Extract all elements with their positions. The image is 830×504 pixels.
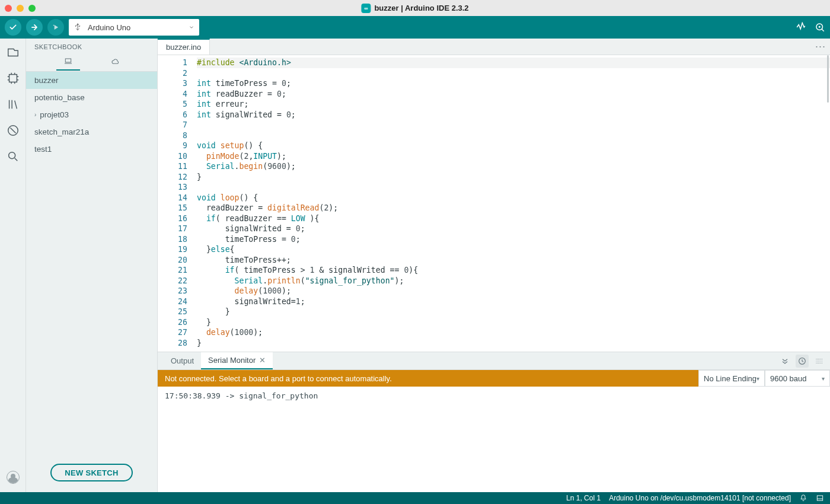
usb-icon (74, 23, 82, 31)
panel-toggle-icon[interactable] (816, 494, 824, 502)
list-item-label: sketch_mar21a (34, 127, 89, 136)
list-item-label: potentio_base (34, 93, 85, 102)
sketch-item-projet03[interactable]: ›projet03 (26, 106, 157, 123)
tab-serial-monitor[interactable]: Serial Monitor ✕ (201, 352, 273, 369)
warning-text: Not connected. Select a board and a port… (165, 374, 392, 383)
connection-warning: Not connected. Select a board and a port… (158, 370, 698, 387)
svg-rect-6 (65, 59, 71, 62)
editor-more-button[interactable]: ··· (811, 39, 830, 55)
main: SKETCHBOOK buzzer potentio_base ›projet0… (0, 39, 830, 492)
debug-icon (52, 23, 60, 31)
console-line: 17:50:38.939 -> signal_for_python (165, 391, 823, 400)
serial-monitor-icon[interactable] (815, 22, 825, 33)
line-gutter: 1234567891011121314151617181920212223242… (158, 55, 194, 352)
clear-output-icon[interactable] (815, 356, 824, 366)
sketch-item-potentio[interactable]: potentio_base (26, 89, 157, 106)
sketchbook-icon[interactable] (7, 46, 20, 59)
sketchbook-tabs (26, 55, 157, 72)
titlebar: ∞ buzzer | Arduino IDE 2.3.2 (0, 0, 830, 16)
serial-console[interactable]: 17:50:38.939 -> signal_for_python (158, 387, 830, 492)
toggle-timestamp-button[interactable] (796, 355, 809, 368)
new-sketch-button[interactable]: NEW SKETCH (50, 464, 132, 481)
laptop-icon (63, 56, 73, 66)
library-manager-icon[interactable] (7, 98, 20, 111)
tab-cloud[interactable] (104, 57, 127, 70)
check-icon (9, 23, 17, 31)
board-selector[interactable]: Arduino Uno (69, 19, 199, 36)
select-label: 9600 baud (770, 374, 806, 383)
chevron-down-icon (189, 24, 194, 30)
chevrons-down-icon[interactable] (780, 356, 790, 366)
verify-button[interactable] (5, 19, 21, 36)
arrow-right-icon (30, 23, 39, 31)
svg-point-5 (8, 152, 15, 159)
code-content[interactable]: #include <Arduino.h>int timeToPress = 0;… (194, 55, 830, 352)
list-item-label: buzzer (34, 76, 59, 85)
maximize-window-icon[interactable] (28, 5, 36, 12)
svg-point-2 (819, 26, 821, 28)
close-window-icon[interactable] (5, 5, 12, 12)
board-manager-icon[interactable] (7, 72, 20, 85)
tab-label: Output (171, 356, 194, 365)
window-title: buzzer | Arduino IDE 2.3.2 (374, 4, 468, 12)
editor-column: buzzer.ino ··· 1234567891011121314151617… (158, 39, 830, 492)
sketch-item-buzzer[interactable]: buzzer (26, 72, 157, 89)
side-panel-heading: SKETCHBOOK (26, 39, 157, 55)
bottom-panel-tabs: Output Serial Monitor ✕ (158, 352, 830, 370)
svg-point-0 (53, 25, 55, 26)
list-item-label: test1 (34, 145, 52, 154)
line-ending-select[interactable]: No Line Ending▾ (698, 370, 765, 387)
tab-local[interactable] (56, 56, 80, 71)
side-panel: SKETCHBOOK buzzer potentio_base ›projet0… (26, 39, 158, 492)
sketch-list: buzzer potentio_base ›projet03 sketch_ma… (26, 72, 157, 455)
toolbar: Arduino Uno (0, 16, 830, 39)
code-editor[interactable]: 1234567891011121314151617181920212223242… (158, 55, 830, 352)
clock-icon (797, 356, 807, 366)
activity-bar (0, 39, 26, 492)
svg-rect-3 (9, 75, 17, 82)
tab-output[interactable]: Output (164, 352, 201, 369)
status-bar: Ln 1, Col 1 Arduino Uno on /dev/cu.usbmo… (0, 492, 830, 504)
debug-panel-icon[interactable] (7, 124, 20, 137)
editor-tabs: buzzer.ino ··· (158, 39, 830, 55)
sketch-item-mar21a[interactable]: sketch_mar21a (26, 123, 157, 141)
tab-label: Serial Monitor (208, 356, 256, 365)
upload-button[interactable] (26, 19, 43, 36)
chevron-down-icon: ▾ (756, 375, 759, 382)
sketch-item-test1[interactable]: test1 (26, 141, 157, 158)
window-controls (5, 5, 36, 12)
chevron-down-icon: ▾ (822, 375, 825, 382)
bell-icon[interactable] (799, 494, 807, 502)
close-icon[interactable]: ✕ (259, 356, 266, 365)
file-tab[interactable]: buzzer.ino (158, 39, 210, 55)
board-status: Arduino Uno on /dev/cu.usbmodem14101 [no… (609, 494, 791, 502)
window-title-wrap: ∞ buzzer | Arduino IDE 2.3.2 (361, 4, 468, 13)
minimize-window-icon[interactable] (17, 5, 24, 12)
app-icon: ∞ (361, 4, 371, 13)
select-label: No Line Ending (704, 374, 756, 383)
scrollbar-thumb[interactable] (827, 55, 829, 103)
bottom-panel: Output Serial Monitor ✕ Not connected. S… (158, 352, 830, 492)
chevron-right-icon: › (34, 111, 36, 118)
cloud-icon (111, 57, 120, 66)
serial-plotter-icon[interactable] (796, 22, 806, 33)
account-icon[interactable] (7, 471, 20, 484)
file-tab-label: buzzer.ino (166, 43, 201, 52)
list-item-label: projet03 (40, 110, 69, 119)
baud-rate-select[interactable]: 9600 baud▾ (765, 370, 830, 387)
cursor-position: Ln 1, Col 1 (566, 494, 601, 502)
svg-rect-8 (817, 496, 822, 500)
search-icon[interactable] (7, 150, 20, 163)
toolbar-right (796, 22, 825, 33)
board-label: Arduino Uno (88, 23, 130, 32)
debug-button[interactable] (47, 19, 64, 36)
